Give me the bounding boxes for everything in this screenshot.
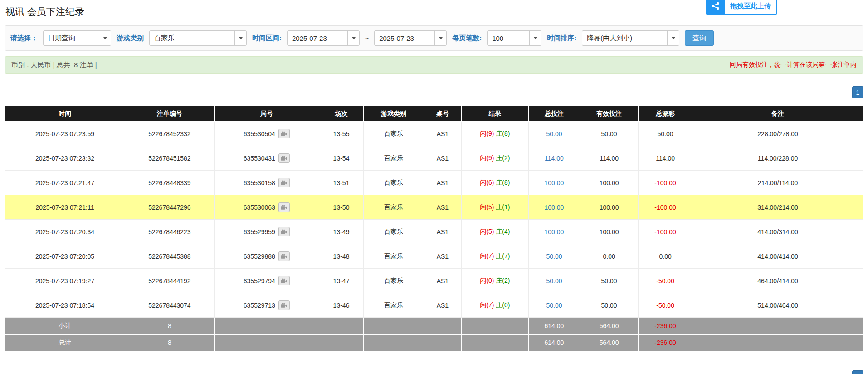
chevron-down-icon[interactable] — [347, 31, 359, 45]
cell-total-bet: 100.00 — [528, 195, 580, 220]
pagination-bottom-page-1[interactable]: 1 — [852, 370, 863, 374]
cell-round-id: 635530063 — [214, 195, 319, 220]
select-type-label: 请选择： — [10, 34, 38, 43]
date-from-value[interactable]: 2025-07-23 — [288, 31, 347, 45]
header-payout: 总派彩 — [638, 106, 692, 122]
chevron-down-icon[interactable] — [234, 31, 246, 45]
cell-round-id: 635530431 — [214, 146, 319, 171]
chevron-down-icon[interactable] — [529, 31, 541, 45]
cell-round-id: 635529888 — [214, 244, 319, 269]
cell-time: 2025-07-23 07:21:47 — [5, 171, 125, 195]
cell-time: 2025-07-23 07:21:11 — [5, 195, 125, 220]
table-row: 2025-07-23 07:19:27522678444192635529794… — [5, 269, 863, 293]
result-banker: 庄(7) — [496, 252, 510, 260]
video-replay-icon[interactable] — [278, 227, 290, 236]
chevron-down-icon[interactable] — [434, 31, 446, 45]
bet-records-table: 时间 注单编号 局号 场次 游戏类别 桌号 结果 总投注 有效投注 总派彩 备注… — [5, 106, 863, 351]
result-player: 闲(9) — [480, 154, 494, 162]
cell-valid-bet: 50.00 — [580, 293, 639, 318]
cell-time: 2025-07-23 07:19:27 — [5, 269, 125, 293]
chevron-down-icon[interactable] — [667, 31, 679, 45]
total-row: 总计 8 614.00 564.00 -236.00 — [5, 335, 863, 351]
video-replay-icon[interactable] — [278, 276, 290, 285]
result-banker: 庄(8) — [496, 130, 510, 137]
footer-empty-cell — [319, 318, 363, 335]
game-category-value[interactable]: 百家乐 — [150, 31, 234, 45]
result-player: 闲(5) — [480, 228, 494, 235]
footer-empty-cell — [214, 318, 319, 335]
footer-empty-cell — [462, 318, 529, 335]
cell-table-no: AS1 — [424, 220, 461, 244]
search-button[interactable]: 查询 — [685, 30, 714, 46]
result-player: 闲(7) — [480, 252, 494, 260]
cell-payout: -100.00 — [638, 220, 692, 244]
time-sort-select[interactable]: 降幂(由大到小) — [582, 30, 679, 46]
cell-valid-bet: 100.00 — [580, 195, 639, 220]
cell-result: 闲(9) 庄(8) — [462, 122, 529, 146]
pagination-page-1[interactable]: 1 — [852, 86, 863, 98]
footer-empty-cell — [319, 335, 363, 351]
game-category-select[interactable]: 百家乐 — [149, 30, 247, 46]
upload-dropzone[interactable]: 拖拽至此上传 — [706, 0, 777, 15]
filter-bar: 请选择： 日期查询 游戏类别 百家乐 时间区间: 2025-07-23 ~ 20… — [5, 25, 863, 51]
cell-time: 2025-07-23 07:23:32 — [5, 146, 125, 171]
cell-bet-id: 522678445388 — [125, 244, 215, 269]
cell-note: 464.00/414.00 — [692, 269, 863, 293]
total-bet-link[interactable]: 50.00 — [546, 302, 562, 309]
cell-table-no: AS1 — [424, 195, 461, 220]
result-player: 闲(7) — [480, 301, 494, 309]
total-bet-link[interactable]: 100.00 — [545, 179, 564, 187]
query-type-value[interactable]: 日期查询 — [44, 31, 99, 45]
total-bet-link[interactable]: 50.00 — [546, 253, 562, 260]
page-size-select[interactable]: 100 — [487, 30, 541, 46]
cell-game-category: 百家乐 — [364, 146, 424, 171]
cell-payout: -100.00 — [638, 171, 692, 195]
page-size-value[interactable]: 100 — [488, 31, 529, 45]
video-replay-icon[interactable] — [278, 300, 290, 310]
date-to-select[interactable]: 2025-07-23 — [374, 30, 447, 46]
cell-game-category: 百家乐 — [364, 171, 424, 195]
caret-glyph — [352, 37, 356, 39]
total-bet-link[interactable]: 50.00 — [546, 277, 562, 285]
cell-total-bet: 50.00 — [528, 244, 580, 269]
total-bet-link[interactable]: 50.00 — [546, 130, 562, 138]
total-bet-link[interactable]: 100.00 — [545, 228, 564, 236]
total-bet-link[interactable]: 100.00 — [545, 204, 564, 211]
footer-empty-cell — [424, 318, 461, 335]
subtotal-row: 小计 8 614.00 564.00 -236.00 — [5, 318, 863, 335]
date-to-value[interactable]: 2025-07-23 — [375, 31, 434, 45]
subtotal-count: 8 — [125, 318, 215, 335]
share-nodes-icon — [707, 0, 725, 14]
caret-glyph — [439, 37, 443, 39]
result-banker: 庄(1) — [496, 203, 510, 211]
cell-bet-id: 522678443074 — [125, 293, 215, 318]
cell-round-id: 635530504 — [214, 122, 319, 146]
game-category-label: 游戏类别 — [117, 34, 144, 43]
time-sort-value[interactable]: 降幂(由大到小) — [582, 31, 667, 45]
cell-valid-bet: 50.00 — [580, 269, 639, 293]
header-game-category: 游戏类别 — [364, 106, 424, 122]
cell-time: 2025-07-23 07:18:54 — [5, 293, 125, 318]
header-table-no: 桌号 — [424, 106, 461, 122]
cell-valid-bet: 50.00 — [580, 122, 639, 146]
cell-game-category: 百家乐 — [364, 244, 424, 269]
result-player: 闲(5) — [480, 203, 494, 211]
table-row: 2025-07-23 07:20:34522678446223635529959… — [5, 220, 863, 244]
table-row: 2025-07-23 07:21:11522678447296635530063… — [5, 195, 863, 220]
query-type-select[interactable]: 日期查询 — [43, 30, 111, 46]
chevron-down-icon[interactable] — [99, 31, 111, 45]
table-row: 2025-07-23 07:23:32522678451582635530431… — [5, 146, 863, 171]
cell-bet-id: 522678451582 — [125, 146, 215, 171]
video-replay-icon[interactable] — [278, 251, 290, 261]
total-bet-link[interactable]: 114.00 — [545, 155, 564, 162]
video-replay-icon[interactable] — [278, 178, 290, 187]
result-player: 闲(9) — [480, 130, 494, 137]
round-number: 635529959 — [244, 228, 275, 236]
date-from-select[interactable]: 2025-07-23 — [287, 30, 360, 46]
currency-summary-text: 币别 : 人民币 | 总共 :8 注单 | — [11, 61, 97, 69]
video-replay-icon[interactable] — [278, 202, 290, 212]
video-replay-icon[interactable] — [278, 153, 290, 163]
video-replay-icon[interactable] — [278, 129, 290, 138]
header-result: 结果 — [462, 106, 529, 122]
cell-valid-bet: 114.00 — [580, 146, 639, 171]
